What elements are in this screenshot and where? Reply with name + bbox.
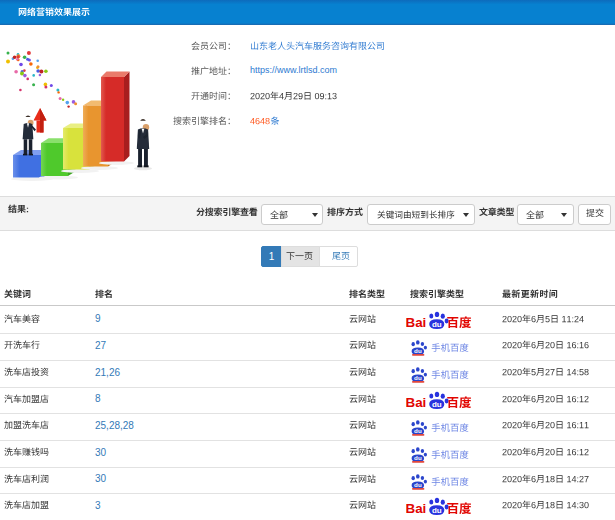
- svg-text:du: du: [414, 374, 422, 381]
- svg-text:Bai: Bai: [406, 501, 426, 516]
- svg-text:Bai: Bai: [406, 394, 426, 409]
- svg-text:du: du: [414, 348, 422, 355]
- svg-text:du: du: [414, 428, 422, 435]
- svg-text:du: du: [432, 400, 442, 409]
- svg-text:du: du: [414, 454, 422, 461]
- svg-text:du: du: [432, 506, 442, 515]
- svg-text:du: du: [432, 320, 442, 329]
- svg-text:Bai: Bai: [406, 314, 426, 329]
- svg-text:du: du: [414, 481, 422, 488]
